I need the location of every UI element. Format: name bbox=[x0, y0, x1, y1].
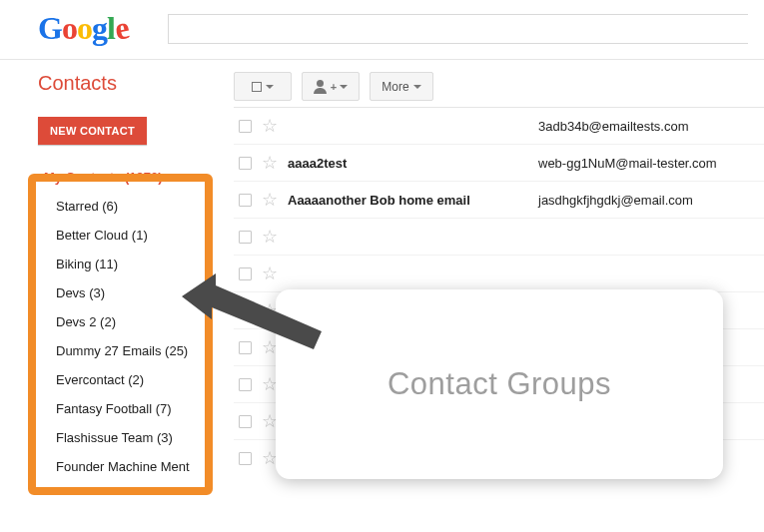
contact-row[interactable]: ☆ bbox=[234, 218, 764, 255]
contact-email: 3adb34b@emailtests.com bbox=[538, 119, 764, 134]
checkbox-icon bbox=[239, 341, 252, 354]
contact-name: Aaaaanother Bob home email bbox=[284, 193, 538, 208]
sidebar-item[interactable]: Devs (3) bbox=[38, 278, 210, 307]
contact-email: jasdhgkfjhgdkj@email.com bbox=[538, 193, 764, 208]
sidebar-item[interactable]: Better Cloud (1) bbox=[38, 221, 210, 250]
caret-down-icon bbox=[413, 85, 421, 89]
sidebar-item[interactable]: Devs 2 (2) bbox=[38, 307, 210, 336]
toolbar: + More bbox=[234, 72, 764, 101]
sidebar-item[interactable]: Fantasy Football (7) bbox=[38, 394, 210, 423]
more-button[interactable]: More bbox=[370, 72, 433, 101]
more-label: More bbox=[382, 80, 408, 94]
star-icon[interactable]: ☆ bbox=[256, 152, 284, 174]
row-checkbox[interactable] bbox=[234, 231, 256, 244]
contact-row[interactable]: ☆ bbox=[234, 255, 764, 291]
page-title[interactable]: Contacts bbox=[38, 72, 210, 95]
sidebar-item[interactable]: Biking (11) bbox=[38, 250, 210, 278]
star-icon[interactable]: ☆ bbox=[256, 226, 284, 248]
row-checkbox[interactable] bbox=[234, 452, 256, 465]
star-icon[interactable]: ☆ bbox=[256, 115, 284, 137]
sidebar: My Contacts (1970) Starred (6) Better Cl… bbox=[38, 163, 210, 481]
checkbox-icon bbox=[239, 157, 252, 170]
contact-name: aaaa2test bbox=[284, 156, 538, 171]
checkbox-icon bbox=[239, 452, 252, 465]
checkbox-icon bbox=[239, 267, 252, 280]
sidebar-item[interactable]: Evercontact (2) bbox=[38, 365, 210, 394]
google-logo: Google bbox=[38, 10, 128, 47]
select-all-button[interactable] bbox=[234, 72, 292, 101]
caret-down-icon bbox=[266, 85, 274, 89]
row-checkbox[interactable] bbox=[234, 341, 256, 354]
contact-row[interactable]: ☆Aaaaanother Bob home emailjasdhgkfjhgdk… bbox=[234, 181, 764, 218]
search-input[interactable] bbox=[168, 14, 748, 44]
checkbox-icon bbox=[239, 231, 252, 244]
sidebar-item-my-contacts[interactable]: My Contacts (1970) bbox=[38, 163, 210, 192]
sidebar-item[interactable]: Flashissue Team (3) bbox=[38, 423, 210, 452]
add-to-group-button[interactable]: + bbox=[302, 72, 360, 101]
plus-icon: + bbox=[331, 81, 337, 93]
row-checkbox[interactable] bbox=[234, 267, 256, 280]
row-checkbox[interactable] bbox=[234, 120, 256, 133]
checkbox-icon bbox=[239, 120, 252, 133]
row-checkbox[interactable] bbox=[234, 157, 256, 170]
row-checkbox[interactable] bbox=[234, 194, 256, 207]
contact-email: web-gg1NuM@mail-tester.com bbox=[538, 156, 764, 171]
sidebar-item[interactable]: Dummy 27 Emails (25) bbox=[38, 336, 210, 365]
checkbox-icon bbox=[239, 378, 252, 391]
sidebar-item[interactable]: Starred (6) bbox=[38, 192, 210, 221]
annotation-callout-label: Contact Groups bbox=[387, 366, 611, 402]
caret-down-icon bbox=[340, 85, 348, 89]
contact-row[interactable]: ☆aaaa2testweb-gg1NuM@mail-tester.com bbox=[234, 144, 764, 181]
person-icon bbox=[314, 80, 328, 94]
sidebar-item-overflow[interactable]: Founder Machine Ment bbox=[38, 452, 210, 481]
new-contact-button[interactable]: NEW CONTACT bbox=[38, 117, 147, 145]
row-checkbox[interactable] bbox=[234, 304, 256, 317]
annotation-callout: Contact Groups bbox=[276, 289, 723, 479]
row-checkbox[interactable] bbox=[234, 415, 256, 428]
row-checkbox[interactable] bbox=[234, 378, 256, 391]
checkbox-icon bbox=[239, 194, 252, 207]
checkbox-icon bbox=[239, 415, 252, 428]
star-icon[interactable]: ☆ bbox=[256, 189, 284, 211]
bottom-fade bbox=[0, 512, 764, 532]
contact-row[interactable]: ☆3adb34b@emailtests.com bbox=[234, 107, 764, 144]
checkbox-icon bbox=[252, 82, 262, 92]
checkbox-icon bbox=[239, 304, 252, 317]
star-icon[interactable]: ☆ bbox=[256, 263, 284, 284]
